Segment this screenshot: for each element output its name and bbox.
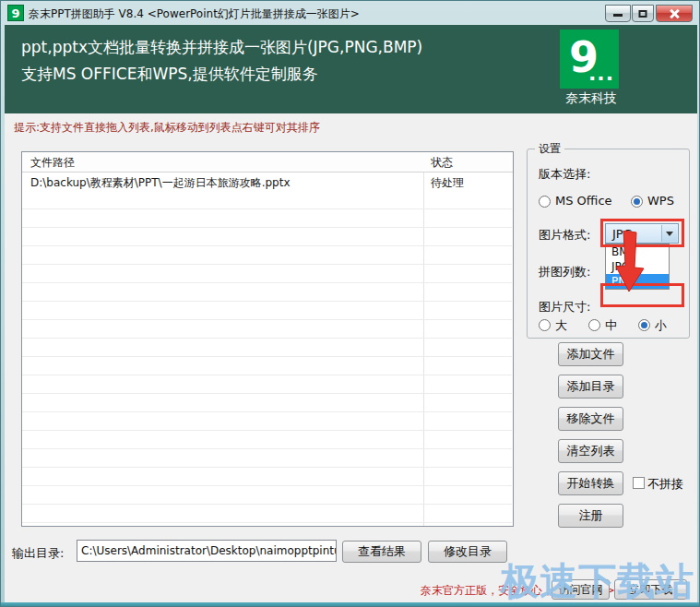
- app-icon: 9: [7, 5, 24, 21]
- radio-ms-office-label[interactable]: MS Office: [555, 194, 612, 208]
- radio-ms-office[interactable]: [539, 196, 551, 208]
- logo-dots: ...: [588, 62, 614, 85]
- view-results-button[interactable]: 查看结果: [342, 541, 421, 563]
- hint-text: 提示:支持文件直接拖入列表,鼠标移动到列表点右键可对其排序: [14, 120, 320, 136]
- add-files-button[interactable]: 添加文件: [558, 342, 623, 366]
- format-label: 图片格式:: [539, 227, 590, 244]
- columns-label: 拼图列数:: [539, 264, 590, 280]
- file-list[interactable]: 文件路径 状态 D:\backup\教程素材\PPT\一起游日本旅游攻略.ppt…: [21, 151, 514, 527]
- app-window: 9 奈末PPT拼图助手 V8.4 <PowerPoint幻灯片批量拼接成一张图片…: [0, 0, 700, 607]
- banner-line-1: ppt,pptx文档批量转换并拼接成一张图片(JPG,PNG,BMP): [21, 37, 422, 58]
- close-button[interactable]: [656, 5, 693, 22]
- column-header-path: 文件路径: [30, 155, 75, 171]
- client-area: ppt,pptx文档批量转换并拼接成一张图片(JPG,PNG,BMP) 支持MS…: [5, 25, 697, 602]
- radio-wps-label[interactable]: WPS: [647, 194, 674, 208]
- close-icon: [669, 8, 680, 19]
- size-label: 图片尺寸:: [539, 299, 590, 315]
- file-path-cell: D:\backup\教程素材\PPT\一起游日本旅游攻略.pptx: [30, 175, 290, 191]
- banner-line-2: 支持MS OFFICE和WPS,提供软件定制服务: [21, 64, 318, 85]
- maximize-button[interactable]: [632, 5, 654, 22]
- column-header-status: 状态: [431, 155, 453, 171]
- brand-logo: 9 ...: [560, 30, 619, 89]
- no-stitch-label[interactable]: 不拼接: [647, 476, 683, 493]
- file-status-cell: 待处理: [431, 175, 464, 191]
- download-button[interactable]: 立即下载: [614, 579, 687, 600]
- no-stitch-checkbox[interactable]: [633, 477, 645, 489]
- minimize-button[interactable]: [605, 5, 631, 22]
- add-directory-button[interactable]: 添加目录: [558, 375, 623, 399]
- radio-size-large-label[interactable]: 大: [555, 317, 567, 334]
- radio-size-medium-label[interactable]: 中: [605, 317, 617, 334]
- table-row[interactable]: D:\backup\教程素材\PPT\一起游日本旅游攻略.pptx 待处理: [22, 173, 513, 191]
- empty-row-stripes: [22, 191, 512, 526]
- visit-site-button[interactable]: 访问官网: [552, 579, 610, 600]
- clear-list-button[interactable]: 清空列表: [558, 439, 623, 463]
- output-dir-label: 输出目录:: [12, 545, 64, 562]
- settings-group: 设置 版本选择: MS Office WPS 图片格式: JPG 拼图列数: B…: [527, 149, 690, 339]
- version-label: 版本选择:: [539, 166, 590, 183]
- settings-legend: 设置: [535, 141, 564, 157]
- radio-size-small-label[interactable]: 小: [655, 317, 667, 334]
- radio-size-large[interactable]: [539, 319, 551, 331]
- file-list-header: 文件路径 状态: [22, 152, 513, 173]
- brand-caption: 奈末科技: [564, 90, 619, 107]
- register-button[interactable]: 注册: [558, 504, 623, 528]
- radio-size-medium[interactable]: [588, 319, 600, 331]
- window-title: 奈末PPT拼图助手 V8.4 <PowerPoint幻灯片批量拼接成一张图片>: [29, 6, 360, 22]
- change-dir-button[interactable]: 修改目录: [428, 541, 507, 563]
- banner: ppt,pptx文档批量转换并拼接成一张图片(JPG,PNG,BMP) 支持MS…: [5, 25, 697, 113]
- radio-size-small[interactable]: [638, 319, 650, 331]
- minimize-icon: [613, 14, 623, 17]
- annotation-arrow-icon: [612, 231, 653, 297]
- radio-wps[interactable]: [631, 196, 643, 208]
- title-bar[interactable]: 9 奈末PPT拼图助手 V8.4 <PowerPoint幻灯片批量拼接成一张图片…: [1, 1, 700, 25]
- start-convert-button[interactable]: 开始转换: [558, 471, 623, 495]
- maximize-icon: [639, 10, 647, 18]
- remove-files-button[interactable]: 移除文件: [558, 407, 623, 431]
- output-dir-input[interactable]: C:\Users\Administrator\Desktop\naimopptp…: [77, 540, 337, 562]
- window-bottom-border: [1, 602, 700, 607]
